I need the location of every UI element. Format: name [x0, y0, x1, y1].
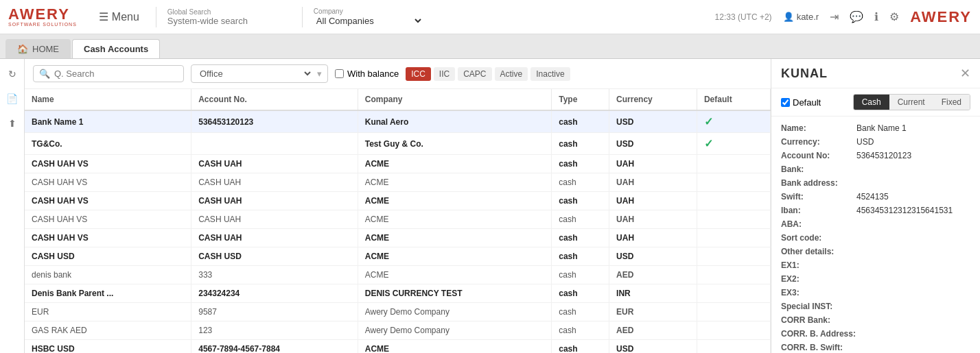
check-icon: ✓	[704, 116, 713, 127]
filter-active[interactable]: Active	[495, 67, 528, 81]
cell-type: cash	[552, 340, 609, 354]
detail-sort-row: Sort code:	[781, 233, 970, 243]
username: kate.r	[797, 12, 819, 22]
cell-name: CASH USD	[25, 247, 191, 266]
accounts-table: Name Account No. Company Type Currency D…	[25, 89, 771, 353]
logout-icon[interactable]: ⇥	[830, 10, 839, 23]
cell-default	[697, 155, 770, 173]
cell-company: ACME	[358, 340, 551, 354]
tab-current[interactable]: Current	[889, 95, 933, 110]
detail-swift-value: 4524135	[856, 192, 889, 202]
with-balance-text: With balance	[347, 69, 399, 79]
office-select[interactable]: Office	[197, 68, 313, 80]
detail-currency-row: Currency: USD	[781, 137, 970, 147]
table-row[interactable]: CASH UAH VSCASH UAHACMEcashUAH	[25, 173, 771, 192]
sidebar-doc-btn[interactable]: 📄	[3, 89, 22, 108]
cell-account: 234324234	[191, 284, 358, 303]
detail-name-row: Name: Bank Name 1	[781, 123, 970, 133]
main-container: ↻ 📄 ⬆ 🔍 Office ▾ With balance ICC	[0, 59, 980, 353]
table-row[interactable]: HSBC USD4567-7894-4567-7884ACMEcashUSD	[25, 340, 771, 354]
col-default: Default	[697, 89, 770, 110]
cell-name: CASH UAH VS	[25, 192, 191, 210]
cell-account: CASH UAH	[191, 173, 358, 192]
info-icon[interactable]: ℹ	[874, 10, 878, 23]
cell-default	[697, 266, 770, 284]
detail-ex2-label: EX2:	[781, 274, 856, 284]
table-row[interactable]: Bank Name 1536453120123Kunal AerocashUSD…	[25, 110, 771, 133]
company-select-wrap: Company All Companies	[314, 8, 423, 27]
detail-iban-label: Iban:	[781, 206, 856, 215]
cell-currency: USD	[609, 110, 697, 133]
filter-iic[interactable]: IIC	[434, 67, 455, 81]
detail-swift-label: Swift:	[781, 192, 856, 202]
cell-currency: INR	[609, 284, 697, 303]
cell-type: cash	[552, 110, 609, 133]
detail-currency-label: Currency:	[781, 137, 856, 147]
cell-type: cash	[552, 247, 609, 266]
detail-bank-address-label: Bank address:	[781, 178, 856, 188]
settings-icon[interactable]: ⚙	[889, 10, 899, 23]
detail-special-label: Special INST:	[781, 302, 856, 311]
cell-default	[697, 229, 770, 247]
filter-inactive[interactable]: Inactive	[530, 67, 570, 81]
table-row[interactable]: GAS RAK AED123Awery Demo CompanycashAED	[25, 321, 771, 340]
cell-currency: EUR	[609, 303, 697, 321]
filter-capc[interactable]: CAPC	[458, 67, 491, 81]
table-row[interactable]: CASH UAH VSCASH UAHACMEcashUAH	[25, 229, 771, 247]
user-icon: 👤	[783, 12, 794, 22]
divider2	[302, 7, 303, 27]
table-row[interactable]: CASH USDCASH USDACMEcashUSD	[25, 247, 771, 266]
cell-company: ACME	[358, 229, 551, 247]
sidebar-refresh-btn[interactable]: ↻	[3, 64, 22, 84]
topbar-time: 12:33 (UTC +2)	[715, 12, 772, 22]
tab-cash-label: Cash Accounts	[84, 44, 148, 54]
with-balance-label[interactable]: With balance	[335, 69, 399, 79]
detail-name-label: Name:	[781, 123, 856, 133]
col-name: Name	[25, 89, 191, 110]
menu-button[interactable]: ☰ Menu	[93, 8, 145, 26]
cell-default	[697, 247, 770, 266]
table-wrap: Name Account No. Company Type Currency D…	[25, 89, 771, 353]
filter-icc[interactable]: ICC	[406, 67, 431, 81]
cell-default	[697, 173, 770, 192]
detail-tabs: Default Cash Current Fixed	[771, 88, 980, 117]
tab-cash-accounts[interactable]: Cash Accounts	[72, 39, 160, 58]
cell-currency: AED	[609, 321, 697, 340]
global-search-field: Global Search	[167, 8, 291, 26]
search-icon: 🔍	[39, 69, 50, 79]
search-input[interactable]	[54, 69, 178, 79]
table-row[interactable]: CASH UAH VSCASH UAHACMEcashUAH	[25, 192, 771, 210]
default-checkbox[interactable]	[781, 98, 790, 107]
cell-account	[191, 133, 358, 155]
cell-company: DENIS CURRENCY TEST	[358, 284, 551, 303]
tab-home[interactable]: 🏠 HOME	[5, 39, 71, 58]
sidebar-upload-btn[interactable]: ⬆	[3, 114, 22, 133]
cell-type: cash	[552, 133, 609, 155]
cell-name: EUR	[25, 303, 191, 321]
cell-type: cash	[552, 229, 609, 247]
table-row[interactable]: CASH UAH VSCASH UAHACMEcashUAH	[25, 210, 771, 229]
table-row[interactable]: TG&Co.Test Guy & Co.cashUSD✓	[25, 133, 771, 155]
company-select[interactable]: All Companies	[314, 15, 423, 27]
cell-type: cash	[552, 266, 609, 284]
global-search-input[interactable]	[167, 16, 291, 26]
col-currency: Currency	[609, 89, 697, 110]
detail-corr-bank-row: CORR Bank:	[781, 315, 970, 325]
with-balance-checkbox[interactable]	[335, 69, 344, 78]
detail-ex2-row: EX2:	[781, 274, 970, 284]
detail-account-value: 536453120123	[856, 151, 911, 160]
detail-ex3-row: EX3:	[781, 288, 970, 297]
detail-corr-addr-row: CORR. B. Address:	[781, 329, 970, 339]
table-row[interactable]: denis bank333ACMEcashAED	[25, 266, 771, 284]
cell-type: cash	[552, 303, 609, 321]
chat-icon[interactable]: 💬	[850, 10, 863, 23]
tab-fixed[interactable]: Fixed	[933, 95, 970, 110]
table-row[interactable]: CASH UAH VSCASH UAHACMEcashUAH	[25, 155, 771, 173]
tab-cash[interactable]: Cash	[854, 95, 889, 110]
table-row[interactable]: Denis Bank Parent ...234324234DENIS CURR…	[25, 284, 771, 303]
user-menu[interactable]: 👤 kate.r	[783, 12, 819, 22]
detail-bank-label: Bank:	[781, 165, 856, 174]
table-row[interactable]: EUR9587Awery Demo CompanycashEUR	[25, 303, 771, 321]
cell-name: TG&Co.	[25, 133, 191, 155]
close-button[interactable]: ✕	[960, 66, 970, 81]
